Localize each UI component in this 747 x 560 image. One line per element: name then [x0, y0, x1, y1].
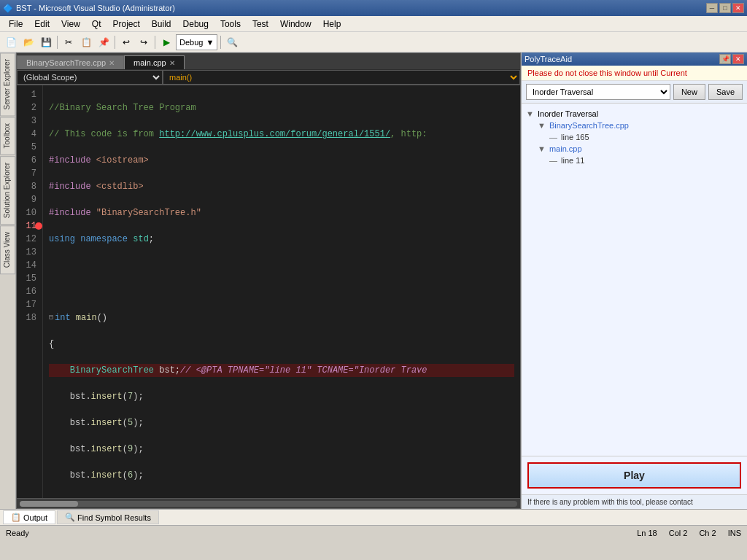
sidebar-tab-solution-explorer[interactable]: Solution Explorer: [0, 156, 15, 225]
menu-project[interactable]: Project: [107, 18, 146, 31]
menu-edit[interactable]: Edit: [28, 18, 55, 31]
tree-main-toggle[interactable]: ▼: [538, 144, 548, 153]
bottom-tab-output[interactable]: 📋 Output: [3, 510, 55, 524]
toolbar-copy[interactable]: 📋: [78, 34, 94, 50]
ln-13: 13: [23, 246, 36, 259]
toolbar-sep3: [155, 36, 155, 49]
code-line-4: #include <cstdlib>: [49, 180, 514, 193]
toolbar-open[interactable]: 📂: [20, 34, 36, 50]
toolbar-undo[interactable]: ↩: [118, 34, 134, 50]
sidebar-tab-class-view[interactable]: Class View: [0, 225, 15, 274]
code-line-9: ⊟int main(): [49, 311, 514, 324]
title-bar-text: BST - Microsoft Visual Studio (Administr…: [16, 4, 175, 12]
toolbar-save[interactable]: 💾: [38, 34, 54, 50]
close-button[interactable]: ✕: [732, 3, 744, 13]
tab-main-close[interactable]: ✕: [169, 59, 175, 67]
debug-mode-dropdown[interactable]: Debug ▼: [176, 34, 217, 50]
right-panel-pin[interactable]: 📌: [719, 54, 731, 64]
scope-bar: (Global Scope) main(): [17, 69, 520, 85]
code-content[interactable]: //Binary Search Tree Program // This cod…: [43, 85, 520, 498]
scope-dropdown[interactable]: (Global Scope): [17, 70, 163, 85]
save-button[interactable]: Save: [708, 84, 743, 100]
ln-7: 7: [23, 167, 36, 180]
code-editor[interactable]: 1 2 3 4 5 6 7 8 9 10 11 12 13 14 15 16 1…: [17, 85, 520, 498]
tree-node-main: ▼ main.cpp: [526, 143, 743, 155]
code-line-13: bst.insert(5);: [49, 416, 514, 429]
tree-node-bst-line: — line 165: [526, 131, 743, 143]
hscroll-thumb[interactable]: [20, 501, 78, 507]
function-dropdown[interactable]: main(): [163, 70, 520, 85]
right-panel-title-bar: PolyTraceAid 📌 ✕: [522, 52, 747, 66]
tree-bst-toggle[interactable]: ▼: [538, 121, 548, 130]
tab-main[interactable]: main.cpp ✕: [124, 55, 185, 69]
tree-node-bst: ▼ BinarySearchTree.cpp: [526, 120, 743, 131]
bottom-tab-find-symbol[interactable]: 🔍 Find Symbol Results: [57, 510, 159, 524]
menu-qt[interactable]: Qt: [86, 18, 107, 31]
menu-view[interactable]: View: [55, 18, 86, 31]
toolbar-redo[interactable]: ↪: [136, 34, 152, 50]
ln-16: 16: [23, 285, 36, 298]
toolbar: 📄 📂 💾 ✂ 📋 📌 ↩ ↪ ▶ Debug ▼ 🔍: [0, 32, 747, 52]
toolbar-paste[interactable]: 📌: [96, 34, 112, 50]
ln-12: 12: [23, 233, 36, 246]
tab-bst-close[interactable]: ✕: [109, 59, 115, 67]
right-panel-close[interactable]: ✕: [732, 54, 744, 64]
tree-node-main-line: — line 11: [526, 155, 743, 166]
play-btn-container: Play: [522, 456, 747, 494]
ln-6: 6: [23, 154, 36, 167]
menu-window[interactable]: Window: [274, 18, 317, 31]
breakpoint-marker: [34, 219, 43, 233]
menu-test[interactable]: Test: [247, 18, 274, 31]
ln-14: 14: [23, 259, 36, 272]
traversal-dropdown[interactable]: Inorder Traversal: [526, 84, 670, 100]
ln-3: 3: [23, 114, 36, 128]
right-panel-warning: Please do not close this window until Cu…: [522, 66, 747, 81]
ln-8: 8: [23, 180, 36, 193]
code-line-12: bst.insert(7);: [49, 390, 514, 403]
menu-tools[interactable]: Tools: [214, 18, 247, 31]
tab-main-label: main.cpp: [133, 58, 166, 67]
menu-build[interactable]: Build: [146, 18, 177, 31]
editor-hscroll[interactable]: [17, 498, 520, 508]
right-panel-toolbar: Inorder Traversal New Save: [522, 81, 747, 104]
tab-bar: BinarySearchTree.cpp ✕ main.cpp ✕: [17, 53, 520, 69]
ln-4: 4: [23, 128, 36, 141]
main-container: Server Explorer Toolbox Solution Explore…: [0, 52, 747, 509]
new-button[interactable]: New: [673, 84, 705, 100]
tree-bst-line-label: line 165: [561, 133, 589, 141]
title-bar: 🔷 BST - Microsoft Visual Studio (Adminis…: [0, 0, 747, 16]
toolbar-new[interactable]: 📄: [3, 34, 19, 50]
editor-container: BinarySearchTree.cpp ✕ main.cpp ✕ (Globa…: [16, 52, 521, 509]
footer-text: If there is any problem with this tool, …: [527, 498, 693, 506]
code-line-8: [49, 285, 514, 298]
status-ins: INS: [728, 529, 741, 537]
menu-file[interactable]: File: [3, 18, 28, 31]
sidebar-tab-toolbox[interactable]: Toolbox: [0, 117, 15, 155]
menu-debug[interactable]: Debug: [177, 18, 214, 31]
toolbar-sep4: [220, 36, 221, 49]
maximize-button[interactable]: □: [719, 3, 731, 13]
toolbar-find[interactable]: 🔍: [224, 34, 240, 50]
hscroll-track[interactable]: [20, 501, 517, 507]
output-label: Output: [23, 513, 47, 522]
line-numbers: 1 2 3 4 5 6 7 8 9 10 11 12 13 14 15 16 1…: [17, 85, 43, 498]
toolbar-play[interactable]: ▶: [158, 34, 174, 50]
ln-10: 10: [23, 206, 36, 219]
sidebar-tab-server-explorer[interactable]: Server Explorer: [0, 52, 15, 116]
menu-help[interactable]: Help: [317, 18, 347, 31]
tree-root-label: Inorder Traversal: [538, 109, 598, 118]
right-panel-footer: If there is any problem with this tool, …: [522, 494, 747, 509]
status-ch: Ch 2: [699, 529, 716, 537]
toolbar-sep1: [57, 36, 58, 49]
right-panel: PolyTraceAid 📌 ✕ Please do not close thi…: [521, 52, 747, 509]
minimize-button[interactable]: ─: [706, 3, 718, 13]
code-line-10: {: [49, 338, 514, 351]
code-line-7: [49, 259, 514, 272]
play-button[interactable]: Play: [527, 462, 741, 489]
status-ln: Ln 18: [637, 529, 657, 537]
tree-root: ▼ Inorder Traversal: [526, 108, 743, 120]
toolbar-cut[interactable]: ✂: [61, 34, 77, 50]
tab-bst[interactable]: BinarySearchTree.cpp ✕: [17, 55, 124, 69]
ln-17: 17: [23, 298, 36, 311]
tree-root-toggle[interactable]: ▼: [526, 109, 536, 118]
